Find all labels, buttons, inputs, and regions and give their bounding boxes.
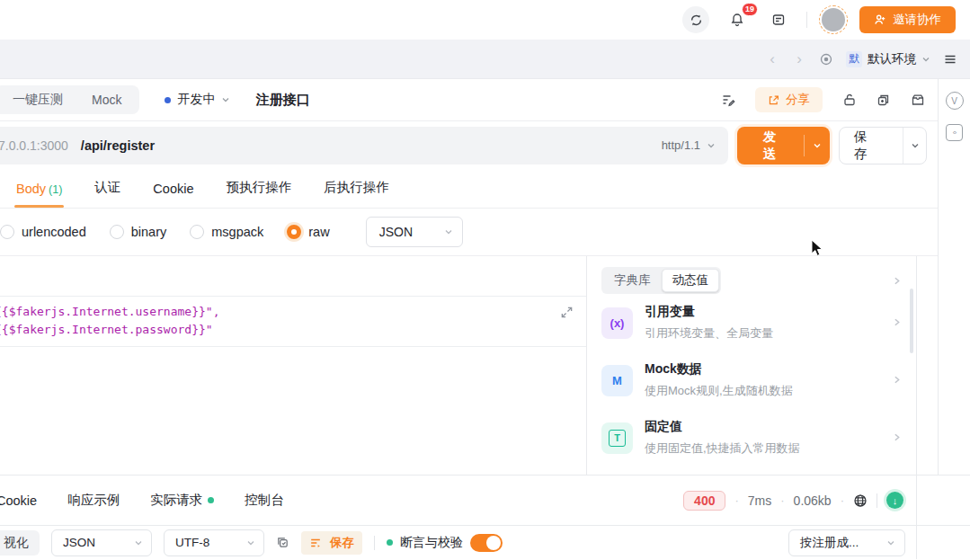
- url-input[interactable]: 7.0.0.1:3000 /api/register http/1.1: [0, 127, 728, 164]
- radio-msgpack-label: msgpack: [211, 225, 263, 239]
- assertion-control: 断言与校验: [387, 534, 503, 552]
- chevron-down-icon: [886, 538, 895, 547]
- raw-format-select[interactable]: JSON: [366, 217, 463, 247]
- save-button[interactable]: 保 存: [840, 128, 903, 164]
- avatar[interactable]: [822, 8, 845, 31]
- fixed-value-icon: T: [601, 422, 633, 454]
- radio-raw[interactable]: raw: [287, 225, 329, 239]
- tab-cookie[interactable]: Cookie: [153, 182, 193, 208]
- radio-msgpack[interactable]: msgpack: [190, 225, 263, 239]
- naming-select-value: 按注册成...: [800, 535, 859, 551]
- invite-collaborate-button[interactable]: 邀请协作: [859, 6, 956, 33]
- environment-initial-badge: 默: [846, 51, 862, 67]
- copy-plus-icon[interactable]: [877, 93, 891, 107]
- response-tab-console[interactable]: 控制台: [245, 492, 284, 509]
- radio-raw-label: raw: [308, 225, 329, 239]
- status-code-badge: 400: [683, 491, 725, 511]
- json-body-editor[interactable]: {{$fakerjs.Internet.username}}", {{$fake…: [0, 256, 587, 475]
- target-icon[interactable]: [819, 52, 833, 67]
- panel-collapse-icon[interactable]: [892, 276, 902, 286]
- item-title: 固定值: [645, 419, 880, 435]
- green-dot-icon: [387, 539, 393, 546]
- api-status-select[interactable]: 开发中: [165, 92, 230, 108]
- lock-icon[interactable]: [842, 93, 857, 107]
- encoding-select[interactable]: UTF-8: [164, 529, 264, 556]
- api-status-label: 开发中: [177, 92, 215, 108]
- tab-auth[interactable]: 认证: [94, 179, 120, 208]
- chevron-right-icon: [892, 373, 902, 387]
- tab-post-processors[interactable]: 后执行操作: [324, 179, 389, 208]
- chevron-right-icon: [892, 431, 902, 445]
- notification-count-badge: 19: [742, 3, 758, 16]
- item-subtitle: 引用环境变量、全局变量: [645, 325, 880, 342]
- chevron-down-icon: [246, 538, 255, 547]
- nav-forward-icon[interactable]: ›: [792, 50, 806, 68]
- send-button[interactable]: 发 送: [737, 127, 830, 164]
- panel-header: 字典库 动态值: [601, 267, 902, 294]
- format-save-button[interactable]: 保存: [301, 531, 362, 555]
- editor-blank-line: [0, 256, 586, 297]
- save-response-label: 保存: [330, 535, 354, 551]
- code-panel-icon[interactable]: ‹›: [946, 124, 963, 141]
- sync-icon[interactable]: [682, 6, 709, 33]
- request-tabs: Body(1) 认证 Cookie 预执行操作 后执行操作: [0, 169, 938, 209]
- version-icon[interactable]: V: [946, 92, 964, 110]
- divider: [374, 536, 375, 550]
- response-tab-actual-request[interactable]: 实际请求: [150, 492, 214, 509]
- separator-dot: ·: [734, 493, 738, 507]
- dynamic-values-tab[interactable]: 动态值: [662, 269, 720, 292]
- archive-box-icon[interactable]: [911, 93, 925, 107]
- visualize-tab[interactable]: 视化: [0, 530, 40, 556]
- radio-circle-checked-icon: [287, 225, 301, 239]
- globe-icon[interactable]: [853, 493, 868, 508]
- nav-back-icon[interactable]: ‹: [765, 50, 779, 68]
- response-duration: 7ms: [748, 493, 771, 508]
- actual-request-label: 实际请求: [150, 492, 202, 509]
- save-dropdown-caret[interactable]: [903, 128, 926, 164]
- chevron-down-icon: [707, 141, 716, 150]
- download-response-icon[interactable]: ↓: [886, 492, 903, 509]
- share-button[interactable]: 分享: [755, 87, 823, 112]
- tab-body[interactable]: Body(1): [16, 182, 62, 208]
- feedback-icon[interactable]: [765, 6, 792, 33]
- response-tab-cookie[interactable]: Cookie: [0, 493, 37, 508]
- tab-pre-processors[interactable]: 预执行操作: [226, 179, 291, 208]
- edit-doc-icon[interactable]: [721, 93, 735, 107]
- expand-editor-icon[interactable]: [560, 306, 574, 322]
- menu-icon[interactable]: [943, 52, 957, 67]
- body-workspace: {{$fakerjs.Internet.username}}", {{$fake…: [0, 256, 938, 475]
- copy-response-icon[interactable]: [276, 536, 289, 549]
- notifications-bell-icon[interactable]: 19: [724, 6, 751, 33]
- body-type-row: urlencoded binary msgpack raw JSON: [0, 209, 938, 256]
- panel-scrollbar[interactable]: [910, 289, 913, 353]
- chevron-down-icon: [134, 538, 143, 547]
- response-tab-example[interactable]: 响应示例: [67, 492, 120, 509]
- environment-name: 默认环境: [868, 51, 916, 67]
- mock-tab[interactable]: Mock: [77, 93, 136, 107]
- radio-binary[interactable]: binary: [110, 225, 167, 239]
- radio-binary-label: binary: [131, 225, 167, 239]
- send-dropdown-caret[interactable]: [805, 141, 830, 150]
- list-item-mock-data[interactable]: M Mock数据 使用Mock规则,生成随机数据: [601, 351, 902, 409]
- radio-circle-icon: [110, 225, 124, 239]
- assertion-toggle[interactable]: [470, 534, 503, 552]
- topbar-divider: [806, 12, 807, 28]
- dictionary-tab[interactable]: 字典库: [603, 269, 662, 292]
- protocol-select[interactable]: http/1.1: [662, 138, 716, 152]
- response-format-select[interactable]: JSON: [51, 529, 152, 556]
- list-item-reference-variable[interactable]: (x) 引用变量 引用环境变量、全局变量: [601, 294, 902, 351]
- naming-select[interactable]: 按注册成...: [788, 529, 905, 556]
- separator-dot: ·: [780, 493, 784, 507]
- radio-urlencoded[interactable]: urlencoded: [0, 225, 86, 239]
- radio-circle-icon: [0, 225, 14, 239]
- stress-test-tab[interactable]: 一键压测: [0, 92, 77, 108]
- editor-code-block: {{$fakerjs.Internet.username}}", {{$fake…: [0, 297, 586, 347]
- panel-segmented-control: 字典库 动态值: [601, 267, 721, 294]
- share-icon: [768, 94, 779, 106]
- code-line-username: {{$fakerjs.Internet.username}}",: [0, 303, 586, 321]
- list-item-fixed-value[interactable]: T 固定值 使用固定值,快捷插入常用数据: [601, 409, 902, 467]
- environment-bar: ‹ › 默 默认环境: [0, 40, 970, 79]
- response-section-bar: Cookie 响应示例 实际请求 控制台 400 · 7ms · 0.06kb …: [0, 475, 970, 526]
- response-format-value: JSON: [63, 536, 95, 549]
- environment-selector[interactable]: 默 默认环境: [846, 51, 930, 67]
